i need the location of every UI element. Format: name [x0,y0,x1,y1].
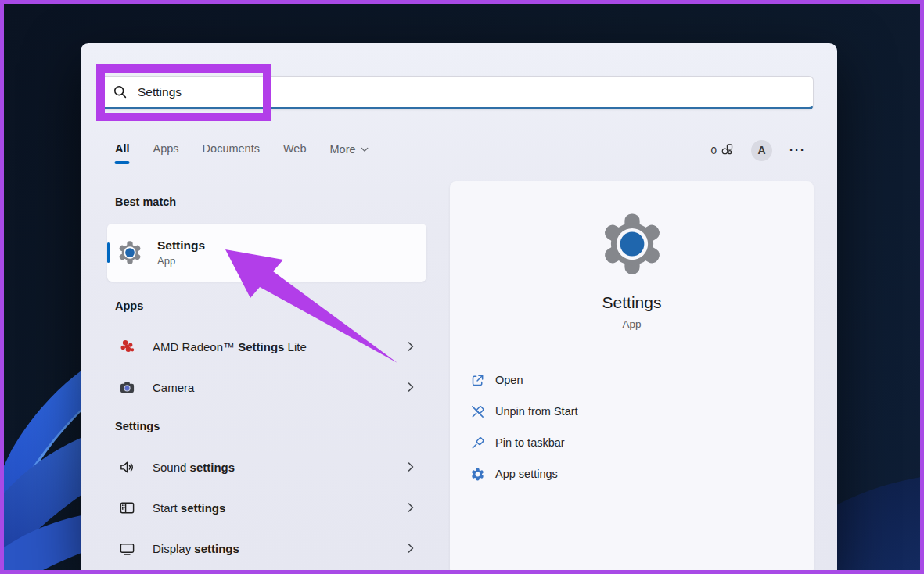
more-options-button[interactable]: ··· [789,146,806,154]
search-results-area: Best match [107,181,814,574]
tab-web[interactable]: Web [283,142,307,164]
tab-more[interactable]: More [330,142,369,165]
result-item-sound-settings[interactable]: Sound settings [107,447,426,487]
chevron-right-icon [406,382,415,393]
result-label: Display settings [153,542,239,555]
preview-pane: Settings App Open [450,181,814,574]
settings-section-header: Settings [115,420,426,432]
tab-all[interactable]: All [115,142,130,164]
search-account-cluster: 0 A ··· [710,140,806,167]
preview-subtitle: App [622,318,641,330]
search-flyout-window: Settings All Apps Documents Web More 0 [81,43,837,574]
display-icon [119,540,135,557]
chevron-right-icon [406,543,415,554]
rewards-button[interactable]: 0 [710,142,734,159]
result-item-amd-radeon-settings-lite[interactable]: AMD Radeon™ Settings Lite [107,326,426,367]
preview-actions: Open Unpin from Start [450,350,814,490]
sound-icon [119,459,135,475]
search-input[interactable]: Settings [99,76,814,109]
best-match-title: Settings [157,239,205,253]
chevron-right-icon [406,461,415,472]
result-item-camera[interactable]: Camera [107,367,426,407]
open-icon [470,373,485,388]
rewards-icon [720,142,734,159]
camera-icon [119,379,135,396]
chevron-right-icon [406,341,415,352]
settings-gear-icon-large [599,211,665,277]
settings-gear-icon [117,240,142,265]
pin-to-taskbar-icon [470,436,485,450]
action-unpin-from-start[interactable]: Unpin from Start [470,396,795,427]
chevron-right-icon [406,502,415,513]
start-icon [119,500,135,516]
result-label: AMD Radeon™ Settings Lite [153,340,307,353]
apps-section-header: Apps [115,300,426,312]
selected-tab-underline [115,161,130,164]
selection-accent-bar [107,242,110,263]
search-filter-bar: All Apps Documents Web More 0 [81,138,837,169]
action-app-settings[interactable]: App settings [470,458,795,490]
best-match-item-settings[interactable]: Settings App [107,224,426,282]
action-label: Unpin from Start [495,405,578,418]
result-item-display-settings[interactable]: Display settings [107,528,426,569]
best-match-header: Best match [115,196,426,208]
result-item-start-settings[interactable]: Start settings [107,487,426,528]
action-label: App settings [495,468,558,480]
account-avatar[interactable]: A [751,140,772,161]
preview-title: Settings [602,293,662,312]
action-label: Open [495,374,523,386]
rewards-count: 0 [710,145,717,156]
amd-radeon-icon [119,339,135,355]
app-settings-icon [470,467,485,482]
search-icon [113,84,128,99]
result-label: Start settings [153,501,225,515]
avatar-letter: A [757,144,765,156]
result-label: Camera [153,381,194,394]
tab-documents[interactable]: Documents [203,142,260,164]
results-column: Best match [107,181,426,574]
screen-frame: Settings All Apps Documents Web More 0 [0,0,924,574]
chevron-down-icon [361,142,369,155]
action-label: Pin to taskbar [495,436,565,449]
search-query-text: Settings [138,85,182,99]
action-pin-to-taskbar[interactable]: Pin to taskbar [470,427,795,458]
best-match-subtitle: App [157,255,205,267]
unpin-from-start-icon [470,404,485,419]
filter-tabs: All Apps Documents Web More [115,142,369,165]
result-label: Sound settings [153,461,235,474]
tab-apps[interactable]: Apps [153,142,179,164]
action-open[interactable]: Open [470,364,795,396]
best-match-text: Settings App [157,239,205,267]
